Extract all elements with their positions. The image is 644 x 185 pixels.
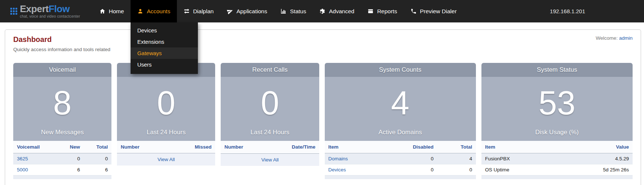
logo-text: ExpertFlow: [20, 4, 80, 14]
table-cell: 4: [437, 153, 476, 164]
nav-item-advanced[interactable]: Advanced: [313, 0, 361, 22]
card-label: Last 24 Hours: [221, 129, 319, 141]
view-all-link[interactable]: View All: [261, 157, 278, 163]
table-cell-link[interactable]: Devices: [328, 167, 346, 172]
card-table: NumberDate/TimeView All: [221, 141, 319, 166]
table-cell: 5000: [13, 164, 58, 175]
nav-item-label: Advanced: [329, 8, 354, 15]
expertflow-logo[interactable]: ExpertFlow chat, voice and video contact…: [10, 0, 80, 22]
card-label: Active Domains: [325, 129, 476, 141]
card-recent-calls: Recent Calls0Last 24 HoursNumberDate/Tim…: [221, 63, 319, 179]
column-header: Voicemail: [13, 141, 58, 153]
card-voicemail: Voicemail8New MessagesVoicemailNewTotal3…: [13, 63, 111, 179]
card-table: VoicemailNewTotal362500500066: [13, 141, 111, 175]
cards-row: Voicemail8New MessagesVoicemailNewTotal3…: [13, 63, 633, 179]
column-header: Number: [221, 141, 278, 153]
table-cell: 0: [380, 153, 437, 164]
view-all-row: View All: [221, 153, 319, 166]
table-cell: 0: [380, 164, 437, 175]
card-title: System Status: [481, 63, 633, 77]
view-all-cell: View All: [221, 153, 319, 166]
partial-row-stripe: [481, 175, 633, 179]
nav-item-label: Accounts: [147, 8, 170, 15]
column-header: Missed: [168, 141, 215, 153]
card-title: Recent Calls: [221, 63, 319, 77]
card-system-status: System Status53Disk Usage (%)ItemValueFu…: [481, 63, 633, 179]
table-row: 362500: [13, 153, 111, 164]
nav-item-home[interactable]: Home: [93, 0, 131, 22]
table-cell: OS Uptime: [481, 164, 556, 175]
card-body: 0Last 24 Hours: [117, 77, 215, 141]
logo-grid-icon: [10, 8, 17, 15]
table-cell: FusionPBX: [481, 153, 556, 164]
nav-item-reports[interactable]: Reports: [361, 0, 403, 22]
nav-items: HomeAccountsDevicesExtensionsGatewaysUse…: [93, 0, 463, 22]
logo-tagline: chat, voice and video contactcenter: [20, 15, 80, 18]
card-title: System Counts: [325, 63, 476, 77]
card-table: ItemDisabledTotalDomains04Devices00: [325, 141, 476, 175]
card-system-counts: System Counts4Active DomainsItemDisabled…: [325, 63, 476, 179]
person-icon: [137, 8, 143, 14]
table-row: 500066: [13, 164, 111, 175]
server-ip: 192.168.1.201: [550, 8, 585, 14]
nav-item-label: Status: [290, 8, 306, 15]
column-header: Item: [325, 141, 380, 153]
table-cell: 3625: [13, 153, 58, 164]
column-header: Total: [437, 141, 476, 153]
table-cell: 6: [58, 164, 83, 175]
column-header: Number: [117, 141, 168, 153]
phone-icon: [410, 8, 417, 14]
menu-item-extensions[interactable]: Extensions: [131, 36, 198, 47]
menu-item-gateways[interactable]: Gateways: [131, 47, 198, 59]
partial-row-stripe: [325, 175, 476, 179]
table-cell-link[interactable]: 5000: [17, 167, 28, 172]
table-cell: 0: [437, 164, 476, 175]
top-nav-bar: ExpertFlow chat, voice and video contact…: [0, 0, 644, 22]
table-cell: Domains: [325, 153, 380, 164]
card-value: 8: [13, 77, 111, 129]
column-header: Value: [556, 141, 633, 153]
table-cell-link[interactable]: Domains: [328, 156, 348, 161]
table-cell-link[interactable]: 3625: [17, 156, 28, 161]
card-body: 8New Messages: [13, 77, 111, 141]
column-header: New: [58, 141, 83, 153]
nav-item-label: Reports: [377, 8, 397, 15]
nav-item-preview-dialer[interactable]: Preview Dialer: [404, 0, 463, 22]
nav-item-status[interactable]: Status: [274, 0, 313, 22]
partial-row-stripe: [13, 175, 111, 179]
transfer-arrows-icon: [184, 8, 190, 14]
gear-icon: [319, 8, 325, 14]
card-value: 0: [117, 77, 215, 129]
table-cell: 0: [58, 153, 83, 164]
card-body: 4Active Domains: [325, 77, 476, 141]
menu-item-users[interactable]: Users: [131, 59, 198, 70]
nav-item-label: Preview Dialer: [420, 8, 457, 15]
table-cell: 6: [84, 164, 112, 175]
view-all-cell: View All: [117, 153, 215, 166]
table-row: Domains04: [325, 153, 476, 164]
column-header: Disabled: [380, 141, 437, 153]
nav-item-label: Applications: [236, 8, 267, 15]
bar-chart-icon: [280, 8, 287, 14]
welcome-text: Welcome: admin: [596, 35, 633, 41]
nav-item-applications[interactable]: Applications: [220, 0, 274, 22]
accounts-dropdown-menu: DevicesExtensionsGatewaysUsers: [131, 22, 198, 74]
welcome-user-link[interactable]: admin: [619, 35, 633, 41]
view-all-link[interactable]: View All: [157, 157, 175, 162]
home-icon: [99, 8, 106, 14]
dashboard-panel: Dashboard Quickly access information and…: [5, 29, 641, 185]
page-title: Dashboard: [13, 35, 110, 44]
card-table: NumberMissedView All: [117, 141, 215, 166]
menu-item-devices[interactable]: Devices: [131, 25, 198, 36]
table-row: OS Uptime5d 25m 26s: [481, 164, 633, 175]
nav-item-label: Dialplan: [193, 8, 214, 15]
card-body: 0Last 24 Hours: [221, 77, 319, 141]
table-row: FusionPBX4.5.29: [481, 153, 633, 164]
card-table: ItemValueFusionPBX4.5.29OS Uptime5d 25m …: [481, 141, 633, 175]
nav-item-dialplan[interactable]: Dialplan: [177, 0, 220, 22]
card-label: Disk Usage (%): [481, 129, 633, 141]
nav-item-accounts[interactable]: AccountsDevicesExtensionsGatewaysUsers: [131, 0, 177, 22]
view-all-row: View All: [117, 153, 215, 166]
card-title: Voicemail: [13, 63, 111, 77]
table-cell: 0: [84, 153, 112, 164]
